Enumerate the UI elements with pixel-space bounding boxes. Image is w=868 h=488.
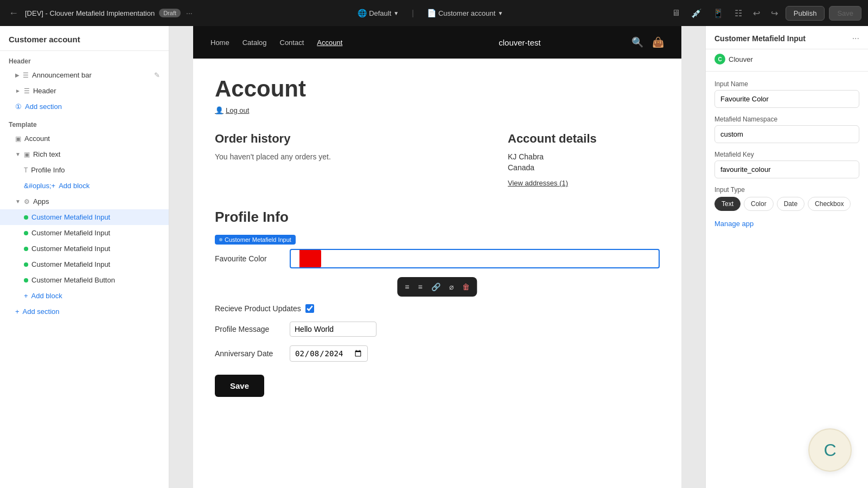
profile-message-label: Profile Message [215,325,285,333]
manage-app-link[interactable]: Manage app [714,220,754,228]
sidebar-item-metafield-button[interactable]: Customer Metafield Button [0,272,169,288]
receive-updates-label: Recieve Product Updates [215,304,301,313]
input-type-color-button[interactable]: Color [744,197,774,211]
nav-link-home[interactable]: Home [210,38,229,47]
input-name-field[interactable] [714,90,859,108]
add-section-1-button[interactable]: ① Add section [0,99,169,114]
plus-circle-icon: &#oplus;+ [24,182,55,190]
add-block-2-button[interactable]: + Add block [0,288,169,304]
sidebar-item-metafield-4[interactable]: Customer Metafield Input [0,256,169,272]
cart-icon[interactable]: 👜 [652,36,664,48]
two-col-section: Order history You haven't placed any ord… [215,132,660,187]
input-type-date-button[interactable]: Date [777,197,805,211]
delete-button[interactable]: 🗑 [459,280,473,293]
add-block-1-button[interactable]: &#oplus;+ Add block [0,178,169,194]
block-icon: ▣ [24,151,30,158]
redo-button[interactable]: ↪ [768,6,781,21]
account-name: KJ Chabra [508,152,660,161]
right-panel-body: Input Name Metafield Namespace Metafield… [706,72,868,236]
more-options-button[interactable]: ··· [186,9,193,17]
block-icon: ▣ [15,135,21,143]
favourite-color-row: Favourite Color [215,249,660,268]
sidebar-header-section-label: Header [0,51,169,67]
search-icon[interactable]: 🔍 [631,36,643,48]
sidebar-item-announcement-bar[interactable]: ▶ ☰ Announcement bar ✎ [0,67,169,83]
align-left-button[interactable]: ≡ [401,280,412,293]
publish-button[interactable]: Publish [786,6,825,21]
plus-circle-icon-2: + [24,292,28,300]
section-icon: ☰ [23,72,29,79]
key-field[interactable] [714,160,859,178]
viewport-selector[interactable]: 🌐 Default ▼ [353,7,403,20]
input-type-text-button[interactable]: Text [714,197,741,211]
receive-updates-checkbox[interactable] [305,304,314,313]
receive-updates-row: Recieve Product Updates [215,304,660,313]
add-section-2-button[interactable]: + Add section [0,304,169,319]
clouver-logo: C [714,54,725,65]
sidebar-item-apps[interactable]: ▼ ⚙ Apps [0,194,169,209]
input-type-checkbox-button[interactable]: Checkbox [808,197,851,211]
account-details-title: Account details [508,132,660,146]
chevron-right-icon: ▶ [15,72,20,78]
toolbar-wrapper: ≡ ≡ 🔗 ⌀ 🗑 [215,277,660,304]
right-panel-header: Customer Metafield Input ··· [706,26,868,49]
colour-swatch[interactable] [299,250,321,267]
align-right-button[interactable]: ≡ [415,280,426,293]
input-type-label: Input Type [714,186,859,194]
chevron-down-icon: ▼ [15,198,21,204]
device-desktop-icon[interactable]: 🖥 [668,6,684,20]
link-button[interactable]: 🔗 [428,280,444,293]
edit-icon[interactable]: ✎ [154,71,160,79]
plus-icon-2: + [15,307,20,316]
sidebar-title: Customer account [0,26,169,51]
sidebar-item-profile-info[interactable]: T Profile Info [0,162,169,178]
namespace-field[interactable] [714,125,859,143]
device-tablet-icon[interactable]: 💉 [688,6,705,21]
profile-save-button[interactable]: Save [215,375,264,397]
top-bar: ← [DEV] - Clouver Metafield Implementati… [0,0,868,26]
page-selector[interactable]: 📄 Customer account ▼ [423,7,507,20]
order-history-section: Order history You haven't placed any ord… [215,132,486,187]
profile-message-input[interactable] [290,322,376,337]
draft-badge: Draft [159,9,181,17]
nav-icons: 🔍 👜 [631,36,664,48]
sidebar-item-metafield-1[interactable]: Customer Metafield Input [0,209,169,225]
sidebar-item-metafield-3[interactable]: Customer Metafield Input [0,241,169,256]
green-dot-icon [24,278,28,282]
green-dot-icon [24,215,28,220]
input-name-label: Input Name [714,80,859,88]
floating-toolbar: ≡ ≡ 🔗 ⌀ 🗑 [397,277,477,297]
green-dot-icon [24,231,28,235]
colour-input[interactable] [290,249,660,268]
account-details-section: Account details KJ Chabra Canada View ad… [508,132,660,187]
unlink-button[interactable]: ⌀ [446,280,457,293]
clouver-name: Clouver [729,55,753,63]
nav-link-catalog[interactable]: Catalog [242,38,267,47]
logout-link[interactable]: 👤 Log out [215,106,660,114]
floating-logo: C [808,428,852,472]
anniversary-date-input[interactable] [290,345,368,362]
back-button[interactable]: ← [7,5,21,21]
namespace-label: Metafield Namespace [714,115,859,123]
right-panel-more-button[interactable]: ··· [852,34,859,43]
top-bar-center: 🌐 Default ▼ | 📄 Customer account ▼ [353,7,507,20]
order-history-empty: You haven't placed any orders yet. [215,152,486,161]
green-dot-icon [24,247,28,251]
nav-link-contact[interactable]: Contact [280,38,304,47]
sidebar-item-metafield-2[interactable]: Customer Metafield Input [0,225,169,241]
sidebar-item-account[interactable]: ▣ Account [0,131,169,146]
section-icon: ☰ [24,87,30,95]
nav-links: Home Catalog Contact Account [210,38,408,47]
layout-icon[interactable]: ☷ [731,6,745,21]
nav-link-account[interactable]: Account [317,38,342,47]
undo-button[interactable]: ↩ [750,6,763,21]
sidebar-item-header[interactable]: ► ☰ Header [0,83,169,99]
view-addresses-link[interactable]: View addresses (1) [508,179,568,187]
plus-icon: ① [15,102,22,111]
device-mobile-icon[interactable]: 📱 [710,6,727,21]
order-history-title: Order history [215,132,486,146]
sidebar-item-rich-text[interactable]: ▼ ▣ Rich text [0,146,169,162]
green-dot-icon [24,262,28,267]
text-icon: T [24,166,28,174]
apps-icon: ⚙ [24,198,30,206]
